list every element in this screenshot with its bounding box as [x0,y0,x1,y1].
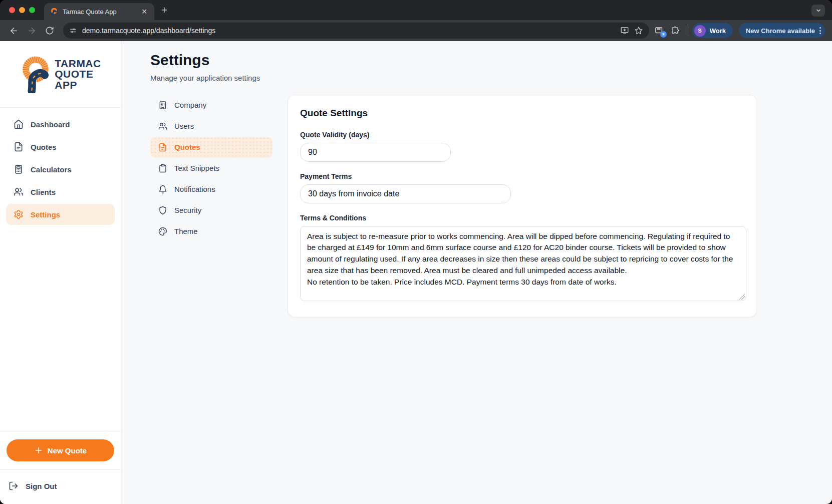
sidebar-item-dashboard[interactable]: Dashboard [6,114,115,135]
quote-validity-input[interactable] [300,143,451,162]
tab-search-button[interactable] [811,5,825,17]
terms-conditions-textarea[interactable]: Area is subject to re-measure prior to w… [300,226,746,301]
sign-out-button[interactable]: Sign Out [9,481,112,491]
forward-button[interactable] [23,22,40,39]
calculator-icon [14,164,24,174]
log-out-icon [9,481,19,491]
tab-close-icon[interactable]: ✕ [139,7,149,16]
quote-validity-field: Quote Validity (days) [300,131,744,162]
settings-tab-label: Notifications [174,185,215,193]
star-badge-icon: ★ [660,31,667,38]
settings-tab-label: Security [174,206,201,214]
traffic-lights [9,7,35,13]
settings-tab-security[interactable]: Security [150,200,272,221]
browser-toolbar: demo.tarmacquote.app/dashboard/settings … [0,20,832,41]
page-subtitle: Manage your application settings [150,74,832,82]
sidebar-item-label: Quotes [31,143,57,151]
extensions-icon[interactable] [670,26,680,36]
tab-groups-icon[interactable]: ★ [654,26,664,36]
sidebar-footer: Sign Out [0,469,121,504]
sidebar-item-label: Clients [31,188,56,196]
terms-conditions-field: Terms & Conditions Area is subject to re… [300,214,744,301]
settings-nav: Company Users Quotes Text Snippets [150,95,272,242]
settings-tab-quotes[interactable]: Quotes [150,137,272,158]
clipboard-icon [158,164,167,173]
bookmark-star-icon[interactable] [634,26,643,35]
profile-chip[interactable]: S Work [692,23,733,38]
settings-tab-label: Text Snippets [174,164,219,172]
sidebar-item-clients[interactable]: Clients [6,181,115,202]
settings-tab-users[interactable]: Users [150,116,272,137]
brand-line-1: TARMAC [55,58,101,69]
payment-terms-label: Payment Terms [300,172,744,180]
shield-icon [158,206,167,215]
brand-line-2: QUOTE [55,69,101,79]
app-logo: TARMAC QUOTE APP [0,41,121,108]
plus-icon [34,446,43,455]
brand-name: TARMAC QUOTE APP [55,58,101,90]
sidebar-action-block: New Quote [0,431,121,469]
chrome-update-button[interactable]: New Chrome available [739,23,825,38]
new-quote-label: New Quote [48,446,87,455]
install-app-icon[interactable] [620,26,629,35]
settings-tab-text-snippets[interactable]: Text Snippets [150,158,272,179]
settings-layout: Company Users Quotes Text Snippets [150,95,832,317]
sidebar-nav: Dashboard Quotes Calculators Clients Set… [0,108,121,431]
reload-icon [45,26,54,35]
new-quote-button[interactable]: New Quote [7,439,114,461]
sidebar-item-quotes[interactable]: Quotes [6,136,115,157]
minimize-window-button[interactable] [19,7,25,13]
more-menu-icon[interactable] [819,27,821,34]
toolbar-divider [686,26,686,36]
settings-tab-label: Quotes [174,143,200,151]
reload-button[interactable] [41,22,58,39]
zoom-window-button[interactable] [29,7,35,13]
toolbar-actions: ★ S Work New Chrome available [654,23,827,38]
new-tab-button[interactable] [160,6,168,16]
address-bar[interactable]: demo.tarmacquote.app/dashboard/settings [63,23,649,39]
quote-settings-card: Quote Settings Quote Validity (days) Pay… [288,95,757,317]
sidebar: TARMAC QUOTE APP Dashboard Quotes Calcul… [0,41,121,504]
settings-tab-label: Company [174,101,206,109]
gear-icon [14,209,24,219]
sign-out-label: Sign Out [26,482,57,490]
settings-tab-theme[interactable]: Theme [150,221,272,242]
bell-icon [158,185,167,194]
sidebar-item-label: Settings [31,210,60,219]
profile-avatar: S [694,25,706,37]
settings-tab-notifications[interactable]: Notifications [150,179,272,200]
tab-title: Tarmac Quote App [63,8,135,16]
settings-tab-label: Users [174,122,194,130]
quote-validity-label: Quote Validity (days) [300,131,744,139]
chevron-down-icon [815,8,821,14]
browser-window: Tarmac Quote App ✕ demo.tarmacquote.app/… [0,0,832,504]
back-button[interactable] [5,22,22,39]
users-icon [158,122,167,131]
sidebar-item-label: Calculators [31,165,72,174]
palette-icon [158,227,167,236]
tarmac-logo-icon [20,55,51,93]
tab-favicon [50,8,58,16]
site-settings-icon[interactable] [69,27,77,35]
users-icon [14,187,24,197]
file-text-icon [158,143,167,152]
file-text-icon [14,142,24,152]
settings-tab-company[interactable]: Company [150,95,272,116]
page-title: Settings [150,52,832,69]
app-content: TARMAC QUOTE APP Dashboard Quotes Calcul… [0,41,832,504]
sidebar-item-settings[interactable]: Settings [6,204,115,225]
tab-strip: Tarmac Quote App ✕ [0,0,832,20]
settings-tab-label: Theme [174,227,198,235]
chrome-update-label: New Chrome available [746,27,815,35]
browser-tab[interactable]: Tarmac Quote App ✕ [44,3,154,20]
sidebar-item-calculators[interactable]: Calculators [6,159,115,180]
arrow-left-icon [9,26,19,36]
main-content: Settings Manage your application setting… [121,41,832,504]
resize-handle[interactable] [739,294,745,300]
payment-terms-input[interactable] [300,184,511,203]
card-title: Quote Settings [300,108,744,119]
arrow-right-icon [27,26,37,36]
url-text[interactable]: demo.tarmacquote.app/dashboard/settings [82,27,615,35]
close-window-button[interactable] [9,7,15,13]
terms-conditions-label: Terms & Conditions [300,214,744,222]
